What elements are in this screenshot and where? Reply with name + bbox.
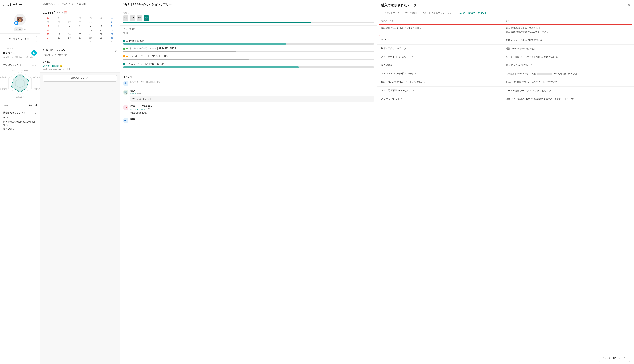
cal-day[interactable]: 7 (85, 24, 96, 28)
cal-day[interactable]: 6 (107, 40, 117, 44)
cal-day[interactable]: 2 (107, 20, 117, 24)
cal-day[interactable]: 20 (75, 32, 85, 36)
cal-day[interactable]: 5 (96, 40, 106, 44)
external-link-icon[interactable]: ↗ (420, 27, 422, 29)
cal-day[interactable]: 14 (85, 28, 96, 32)
session-gear-icon[interactable]: ⚙ (115, 50, 117, 52)
seg-condition: ユーザー情報 メールアドレス が 存在しない (505, 89, 630, 92)
external-link-icon[interactable]: ↗ (387, 39, 389, 41)
seg-condition: 閲覧 アクセス時のOS名 が ios,android のどれかを含む（部分一致） (505, 97, 630, 101)
tab-data-detail[interactable]: データ詳細 (402, 10, 419, 17)
profile-more-button[interactable]: ··· (24, 28, 26, 31)
event-link[interactable]: buy ↗ (130, 92, 136, 95)
tab-dimension[interactable]: イベント時点のディメンション (419, 10, 457, 17)
cal-day[interactable]: 3 (75, 40, 85, 44)
cal-day[interactable]: 23 (107, 32, 117, 36)
tabs-row: イベントデータ データ詳細 イベント時点のディメンション イベント時点のセグメン… (381, 10, 630, 17)
cal-prev-button[interactable]: ‹ (59, 12, 60, 14)
cal-day[interactable]: 29 (96, 36, 106, 40)
chevron-up-icon[interactable]: ∧ (35, 64, 37, 67)
cal-day[interactable]: 4 (85, 40, 96, 44)
cal-day[interactable]: 1 (96, 20, 106, 24)
external-link-icon[interactable]: ↗ (414, 72, 416, 75)
cal-day[interactable]: 18 (54, 32, 64, 36)
page-name: オフショルダーワンピース | APPAREL SHOP (129, 47, 176, 50)
open-chat-button[interactable]: ウェブチャットを開く (3, 36, 37, 42)
seg-condition: 直近7日間 閲覧 閲覧ページのタイトル が 存在する (505, 80, 630, 84)
event-stats: 閲覧回数：5回 滞在時間：4秒 (130, 81, 374, 84)
cal-day[interactable]: 29 (85, 20, 96, 24)
cal-day[interactable]: 15 (96, 28, 106, 32)
cal-day[interactable]: 31 (43, 40, 53, 44)
status-play-button[interactable]: ▶ (32, 50, 37, 56)
page-bar-fill (123, 51, 236, 52)
copy-url-button[interactable]: イベントのURLをコピー (598, 355, 630, 362)
cal-day[interactable]: 28 (85, 36, 96, 40)
external-link-icon[interactable]: ↗ (412, 90, 414, 92)
cal-day[interactable]: 11 (54, 28, 64, 32)
cal-day[interactable]: 25 (43, 20, 53, 24)
prev-session-button[interactable]: 以前のセッション (43, 75, 117, 82)
table-row: view_items_pageを3回以上送信 ↗ 【問題用】itemsページを閲… (377, 70, 634, 78)
status-sub: タブ数：3 閲覧無し：2分28秒 (3, 56, 37, 59)
external-link-icon[interactable]: ↗ (396, 64, 397, 66)
cal-day[interactable]: 21 (85, 32, 96, 36)
cal-day[interactable]: 5 (64, 24, 75, 28)
cal-next-button[interactable]: › (61, 12, 61, 14)
status-row: オンライン ▶ (3, 50, 37, 56)
behavior-progress-bar (123, 22, 374, 23)
cal-day-today[interactable]: 今4 (54, 24, 64, 28)
calendar-grid: 日 月 火 水 木 金 土 25 26 27 28 29 1 2 3 今4 5 (43, 16, 117, 44)
sidebar-title: ストーリー (6, 3, 22, 7)
external-link-icon[interactable]: ↗ (407, 48, 409, 50)
dots-icon[interactable]: ··· (32, 64, 34, 67)
external-link-icon[interactable]: ↗ (401, 98, 402, 100)
event-link[interactable]: message_open ↗ (130, 108, 147, 110)
cal-day[interactable]: 17 (43, 32, 53, 36)
cal-day[interactable]: 22 (96, 32, 106, 36)
session-link[interactable]: 15:03〜 18閲覧 🙂 (43, 64, 117, 68)
chevron-up-icon[interactable]: ∧ (35, 112, 37, 114)
cal-day[interactable]: 25 (54, 36, 64, 40)
cal-day[interactable]: 12 (64, 28, 75, 32)
cal-day[interactable]: 10 (43, 28, 53, 32)
cal-next-next-button[interactable]: » (62, 12, 64, 14)
cal-day[interactable]: 27 (75, 36, 85, 40)
tab-segment[interactable]: イベント時点のセグメント (457, 10, 489, 17)
page-name: ショッピングカート | APPAREL SHOP (129, 55, 169, 58)
cal-day[interactable]: 6 (75, 24, 85, 28)
external-link-icon[interactable]: ↗ (424, 81, 426, 83)
close-button[interactable]: × (628, 3, 630, 7)
cal-day[interactable]: 8 (96, 24, 106, 28)
list-item: ↗ 接客サービスを表示 message_open ↗ Web chat test… (123, 104, 374, 114)
col-header-name: セグメント名 (381, 19, 506, 22)
cal-today-button[interactable]: 📅 (64, 12, 67, 14)
list-item: 購入金額が5,000円以上10,000円未満 (3, 120, 37, 127)
cal-day[interactable]: 9 (107, 24, 117, 28)
cal-day[interactable]: 26 (54, 20, 64, 24)
day-header-tue: 火 (64, 16, 75, 20)
table-row: 最新のアクセスがウェブ ↗ 閲覧 _source が web に等しい (377, 44, 634, 53)
cal-prev-prev-button[interactable]: « (57, 12, 58, 14)
external-link-icon[interactable]: ↗ (412, 56, 413, 58)
seg-condition: 購入 最新の購入金額 が 5000 以上購入 最新の購入金額 が 10000 よ… (505, 26, 630, 34)
dots-icon[interactable]: ··· (32, 112, 34, 114)
cal-day[interactable]: 13 (75, 28, 85, 32)
cal-day[interactable]: 3 (43, 24, 53, 28)
cal-day[interactable]: 30 (107, 36, 117, 40)
cal-day[interactable]: 24 (43, 36, 53, 40)
cal-day[interactable]: 1 (54, 40, 64, 44)
dimensions-actions[interactable]: ··· ∧ (32, 64, 37, 67)
cal-day[interactable]: 16 (107, 28, 117, 32)
cal-day[interactable]: 2 (64, 40, 75, 44)
segments-actions[interactable]: ··· ∧ (32, 112, 37, 114)
cal-day[interactable]: 26 (64, 36, 75, 40)
event-title: 接客サービスを表示 (130, 104, 374, 108)
right-title: 購入で送信されたデータ × (381, 3, 630, 8)
cal-day[interactable]: 27 (64, 20, 75, 24)
back-button[interactable]: ‹ (3, 3, 4, 7)
calendar-nav[interactable]: « ‹ › » 📅 (57, 12, 67, 14)
cal-day[interactable]: 28 (75, 20, 85, 24)
tab-event-data[interactable]: イベントデータ (381, 10, 402, 17)
cal-day[interactable]: 19 (64, 32, 75, 36)
